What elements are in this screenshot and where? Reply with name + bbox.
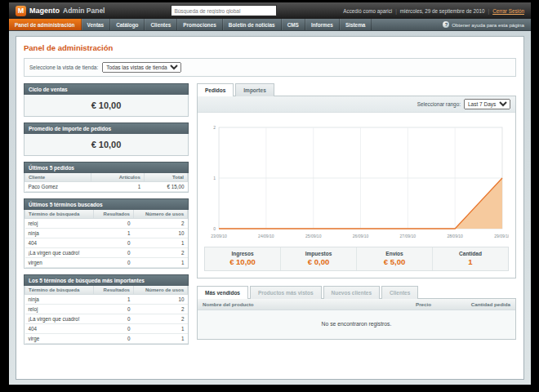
svg-text:1: 1	[213, 176, 216, 180]
nav-item-boletin[interactable]: Boletín de noticias	[223, 19, 282, 30]
dashboard-columns: Ciclo de ventas € 10,00 Promedio de impo…	[24, 83, 516, 345]
col-cliente: Cliente	[25, 173, 91, 182]
nav-item-sistema[interactable]: Sistema	[340, 19, 372, 30]
svg-text:28/09/10: 28/09/10	[447, 234, 463, 238]
nav-item-promociones[interactable]: Promociones	[177, 19, 223, 30]
separator: |	[488, 8, 489, 14]
chart-area: 23/09/1024/09/1025/09/1026/09/1027/09/10…	[198, 113, 515, 243]
total-label: Envíos	[357, 251, 432, 256]
top-search-table: Término de búsqueda Resultados Número de…	[24, 286, 189, 345]
last-orders-table: Cliente Artículos Total Paco	[24, 173, 189, 193]
cell: 2	[133, 248, 187, 258]
table-row[interactable]: 404 0 1	[25, 238, 188, 248]
cell: ¡La virgen que cuadro!	[25, 314, 94, 324]
average-orders-value: € 10,00	[24, 134, 189, 156]
brand-subtitle: Admin Panel	[63, 7, 105, 15]
cell: Paco Gomez	[25, 182, 91, 192]
table-row[interactable]: ¡La virgen que cuadro! 0 2	[25, 314, 188, 324]
cell: 0	[94, 334, 134, 344]
nav-item-catalogo[interactable]: Catálogo	[110, 19, 145, 30]
table-row[interactable]: ninja 1 10	[25, 295, 188, 305]
nav-item-cms[interactable]: CMS	[282, 19, 305, 30]
col-resultados: Resultados	[94, 286, 134, 295]
tab-importes[interactable]: Importes	[235, 83, 274, 96]
cell: 2	[133, 314, 187, 324]
total-value: 1	[433, 257, 508, 266]
admin-header: M Magento Admin Panel Accedió como apari…	[9, 2, 531, 19]
cell: 1	[94, 295, 134, 305]
table-row[interactable]: reloj 0 2	[25, 219, 188, 229]
nav-item-clientes[interactable]: Clientes	[145, 19, 177, 30]
range-label: Seleccionar rango:	[417, 101, 461, 107]
global-search	[171, 5, 277, 16]
logged-in-as: Accedió como aparici	[343, 8, 392, 14]
table-row[interactable]: ninja 1 10	[25, 229, 188, 238]
col-precio: Precio	[369, 299, 436, 310]
svg-text:24/09/10: 24/09/10	[258, 234, 274, 238]
tab-clientes[interactable]: Clientes	[381, 286, 418, 299]
right-column: Pedidos Importes Seleccionar rango: Last…	[197, 83, 516, 345]
col-usos: Número de usos	[133, 210, 187, 219]
help-icon: ?	[443, 21, 449, 28]
cell: 0	[94, 238, 134, 248]
svg-text:26/09/10: 26/09/10	[353, 234, 369, 238]
global-search-input[interactable]	[171, 5, 277, 16]
tab-productos-mas-vistos[interactable]: Productos más vistos	[250, 286, 322, 299]
col-termino: Término de búsqueda	[25, 210, 94, 219]
nav-item-dashboard[interactable]: Panel de administración	[9, 19, 82, 30]
cell: ninja	[25, 295, 94, 305]
magento-logo-icon: M	[16, 6, 26, 16]
lifetime-sales-value: € 10,00	[24, 95, 189, 117]
total-value: € 0,00	[281, 257, 356, 266]
range-select[interactable]: Last 7 Days	[464, 99, 510, 109]
total-value: € 10,00	[205, 257, 280, 266]
table-row[interactable]: reloj 0 2	[25, 305, 188, 314]
totals-bar: Ingresos € 10,00 Impuestos € 0,00 Envíos…	[204, 247, 509, 271]
total-value: € 5,00	[357, 257, 432, 266]
table-row[interactable]: virgen 0 1	[25, 258, 188, 268]
average-orders-card: Promedio de importe de pedidos € 10,00	[24, 122, 189, 156]
help-link[interactable]: ? Obtener ayuda para esta página	[436, 19, 531, 30]
table-row[interactable]: ¡La virgen que cuadro! 0 2	[25, 248, 188, 258]
cell: 404	[25, 324, 94, 334]
store-view-select[interactable]: Todas las vistas de tienda	[102, 62, 181, 73]
cell: 10	[133, 295, 187, 305]
svg-text:29/09/10: 29/09/10	[494, 234, 509, 238]
total-impuestos: Impuestos € 0,00	[281, 247, 357, 270]
tab-mas-vendidos[interactable]: Más vendidos	[197, 286, 248, 299]
table-row[interactable]: 404 0 1	[25, 324, 188, 334]
page-title: Panel de administración	[24, 43, 516, 52]
cell: 0	[94, 314, 134, 324]
cell: ninja	[25, 229, 94, 238]
content-area: Panel de administración Seleccione la vi…	[9, 31, 531, 385]
cell: 1	[133, 324, 187, 334]
logout-link[interactable]: Cerrar Sesión	[492, 8, 524, 14]
cell: 0	[94, 305, 134, 314]
svg-text:27/09/10: 27/09/10	[400, 234, 416, 238]
nav-item-informes[interactable]: Informes	[305, 19, 340, 30]
col-usos: Número de usos	[133, 286, 187, 295]
nav-item-ventas[interactable]: Ventas	[82, 19, 111, 30]
tab-pedidos[interactable]: Pedidos	[197, 83, 234, 96]
col-total: Total	[144, 173, 187, 182]
cell: 1	[133, 258, 187, 268]
svg-text:2: 2	[213, 125, 216, 130]
total-label: Ingresos	[205, 251, 280, 256]
svg-text:0: 0	[213, 226, 216, 231]
empty-grid-message: No se encontraron registros.	[198, 310, 515, 339]
cell: 0	[94, 248, 134, 258]
tab-nuevos-clientes[interactable]: Nuevos clientes	[323, 286, 381, 299]
table-row[interactable]: Paco Gomez 1 € 15,00	[25, 182, 188, 192]
cell: 2	[133, 219, 187, 229]
cell: 1	[133, 238, 187, 248]
cell: 1	[91, 182, 144, 192]
cell: virge	[25, 334, 94, 344]
diagram-tabs: Pedidos Importes	[197, 83, 516, 96]
range-selector-row: Seleccionar rango: Last 7 Days	[198, 96, 515, 113]
lifetime-sales-card: Ciclo de ventas € 10,00	[24, 83, 189, 117]
col-cantidad-pedida: Cantidad pedida	[436, 299, 515, 310]
table-row[interactable]: virge 0 1	[25, 334, 188, 344]
svg-text:25/09/10: 25/09/10	[305, 234, 322, 238]
card-title: Últimos 5 pedidos	[24, 162, 189, 173]
total-ingresos: Ingresos € 10,00	[205, 247, 281, 270]
